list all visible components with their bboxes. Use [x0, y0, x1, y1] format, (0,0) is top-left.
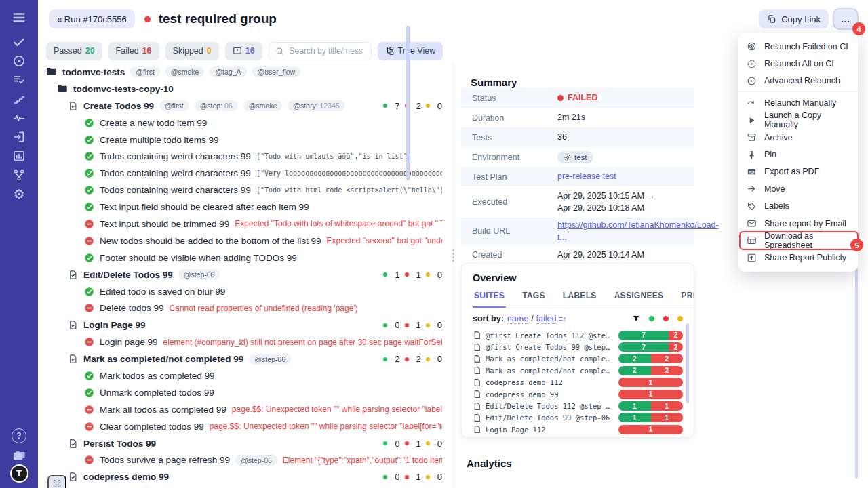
tag-pill[interactable]: @tag_A: [210, 66, 246, 77]
settings-gear-icon[interactable]: ⚙: [9, 184, 29, 203]
tree-row-failed[interactable]: Login page 99element (#company_id) still…: [38, 333, 453, 350]
suite-stat-row[interactable]: codepress demo 1121: [473, 377, 683, 388]
page-scrollbar[interactable]: [855, 268, 858, 479]
menu-item-advanced-relaunch[interactable]: Advanced Relaunch: [738, 73, 858, 89]
tree-row-passed[interactable]: Footer should be visible when adding TOD…: [38, 249, 453, 266]
tab-suites[interactable]: SUITES: [473, 289, 506, 308]
projects-folder-icon[interactable]: [9, 445, 29, 464]
menu-item-relaunch-all-on-ci[interactable]: Relaunch All on CI: [738, 55, 858, 72]
failed-filter-chip[interactable]: Failed 16: [108, 42, 159, 60]
test-title: Todos survive a page refresh 99: [100, 455, 230, 465]
tree-row-suite[interactable]: Create Todos 99@first@step: 06@smoke@sto…: [38, 98, 453, 115]
menu-item-export-as-pdf[interactable]: PDFExport as PDF: [738, 163, 858, 180]
tree-row-failed[interactable]: New todos should be added to the bottom …: [38, 232, 453, 249]
tree-row-failed[interactable]: Text input should be trimmed 99Expected …: [38, 216, 453, 232]
passed-filter-chip[interactable]: Passed 20: [46, 42, 102, 60]
copy-link-button[interactable]: Copy Link: [759, 9, 829, 28]
menu-item-archive[interactable]: Archive: [738, 129, 858, 146]
suite-stat-row[interactable]: Mark as completed/not comple…22: [473, 353, 683, 365]
tag-pill[interactable]: @story: 12345: [288, 100, 344, 111]
pulse-analytics-icon[interactable]: [9, 108, 29, 127]
suite-stat-row[interactable]: Login Page 1121: [473, 424, 683, 435]
skipped-filter-chip[interactable]: Skipped 0: [165, 42, 219, 60]
menu-item-pin[interactable]: Pin: [738, 146, 858, 163]
tree-row-suite[interactable]: Edit/Delete Todos 99@step-06110: [38, 266, 453, 283]
menu-item-relaunch-failed-on-ci[interactable]: Relaunch Failed on CI: [738, 38, 858, 55]
comments-filter-chip[interactable]: 16: [225, 42, 262, 60]
tag-pill[interactable]: @step: 06: [195, 100, 238, 111]
test-plan-link[interactable]: pre-release test: [557, 170, 616, 182]
environment-pill[interactable]: test: [557, 151, 593, 163]
branches-icon[interactable]: [9, 165, 29, 184]
panel-resize-grip[interactable]: [450, 248, 456, 263]
tree-row-failed[interactable]: Delete todos 99Cannot read properties of…: [38, 300, 453, 317]
tree-scrollbar[interactable]: [406, 26, 410, 180]
tree-row-passed[interactable]: Todos containing weird characters 99["To…: [38, 182, 453, 199]
legend-skipped-dot[interactable]: [677, 316, 683, 321]
tree-row-suite[interactable]: codepress demo 99010: [38, 468, 453, 485]
legend-passed-dot[interactable]: [649, 316, 654, 321]
tag-pill[interactable]: @user_flow: [252, 66, 301, 77]
tag-pill[interactable]: @smoke: [243, 100, 283, 111]
tab-assignees[interactable]: ASSIGNEES: [613, 289, 665, 308]
tests-check-icon[interactable]: [9, 33, 29, 52]
suite-stat-row[interactable]: Edit/Delete Todos 99 @step-0611: [473, 412, 683, 424]
tab-tags[interactable]: TAGS: [521, 289, 547, 308]
menu-item-share-report-by-email[interactable]: Share report by Email: [738, 215, 858, 232]
tag-pill[interactable]: @smoke: [165, 66, 205, 77]
tree-row-folder[interactable]: todomvc-tests@first@smoke@tag_A@user_flo…: [38, 64, 453, 81]
sort-by-failed-link[interactable]: failed: [536, 314, 557, 324]
tree-row-suite[interactable]: Persist Todos 99010: [38, 435, 453, 452]
sort-by-name-link[interactable]: name: [507, 314, 528, 324]
app-logo[interactable]: T: [10, 464, 28, 483]
tag-pill[interactable]: @step-06: [178, 269, 220, 280]
keyboard-shortcuts-button[interactable]: ⌘: [47, 475, 66, 488]
tag-pill[interactable]: @step-06: [235, 455, 277, 466]
back-to-run-button[interactable]: « Run #170c5556: [49, 9, 135, 28]
runs-play-icon[interactable]: [9, 52, 29, 70]
tree-row-passed[interactable]: Text input field should be cleared after…: [38, 199, 453, 216]
build-url-link[interactable]: https://github.com/TetianaKhomenko/Load-…: [557, 219, 719, 243]
menu-item-share-report-publicly[interactable]: Share Report Publicly: [738, 249, 858, 266]
test-plans-icon[interactable]: [9, 70, 29, 89]
import-icon[interactable]: [9, 127, 29, 146]
help-icon[interactable]: ?: [9, 426, 29, 445]
tab-priority[interactable]: PRIORITY: [679, 289, 694, 308]
tree-row-failed[interactable]: Mark all todos as completed 99page.$$: U…: [38, 401, 453, 418]
tree-row-suite[interactable]: Mark as completed/not completed 99@step-…: [38, 350, 453, 367]
suite-stat-row[interactable]: Edit/Delete Todos 112 @step-…11: [473, 400, 683, 411]
legend-failed-dot[interactable]: [663, 316, 669, 321]
filter-funnel-icon[interactable]: [632, 314, 640, 323]
tag-pill[interactable]: @first: [159, 100, 189, 111]
tree-row-passed[interactable]: Todos containing weird characters 99["To…: [38, 148, 453, 165]
tree-view-button[interactable]: Tree View: [378, 42, 443, 60]
search-input[interactable]: [288, 45, 365, 56]
tree-row-passed[interactable]: Edited todo is saved on blur 99: [38, 283, 453, 300]
tree-row-failed[interactable]: Clear completed todos 99page.$$: Unexpec…: [38, 418, 453, 435]
reports-chart-icon[interactable]: [9, 146, 29, 165]
steps-icon[interactable]: [9, 89, 29, 108]
tree-row-passed[interactable]: Unmark completed todos 99: [38, 384, 453, 401]
tag-pill[interactable]: @first: [130, 66, 160, 77]
tree-row-passed[interactable]: Todos containing weird characters 99["Ve…: [38, 165, 453, 182]
menu-item-labels[interactable]: Labels: [738, 198, 858, 215]
tree-row-passed[interactable]: Create multiple todo items 99: [38, 131, 453, 148]
suite-stat-row[interactable]: Mark as completed/not comple…22: [473, 365, 683, 376]
suite-stat-row[interactable]: codepress demo 991: [473, 388, 683, 400]
menu-item-launch-a-copy-manually[interactable]: Launch a Copy Manually: [738, 112, 858, 129]
menu-item-download-as-spreadsheet[interactable]: Download as Spreadsheet: [738, 232, 858, 249]
tree-row-passed[interactable]: Mark todos as completed 99: [38, 367, 453, 384]
tree-row-suite[interactable]: Login Page 99010: [38, 317, 453, 333]
suite-stat-row[interactable]: @first Create Todos 112 @ste…72: [473, 329, 683, 341]
suite-stat-row[interactable]: @first Create Todos 99 @step…72: [473, 341, 683, 352]
menu-item-move[interactable]: Move: [738, 180, 858, 197]
menu-item-relaunch-manually[interactable]: Relaunch Manually: [738, 94, 858, 111]
overview-scrollbar[interactable]: [686, 323, 689, 403]
tree-row-folder[interactable]: todomvc-tests-copy-10: [38, 81, 453, 98]
tree-row-failed[interactable]: Todos survive a page refresh 99@step-06E…: [38, 451, 453, 468]
tab-labels[interactable]: LABELS: [561, 289, 598, 308]
hamburger-menu-icon[interactable]: [9, 8, 29, 27]
tree-row-passed[interactable]: Create a new todo item 99: [38, 115, 453, 131]
sort-direction-icon[interactable]: ≡↑: [559, 314, 567, 323]
tag-pill[interactable]: @step-06: [249, 354, 291, 365]
